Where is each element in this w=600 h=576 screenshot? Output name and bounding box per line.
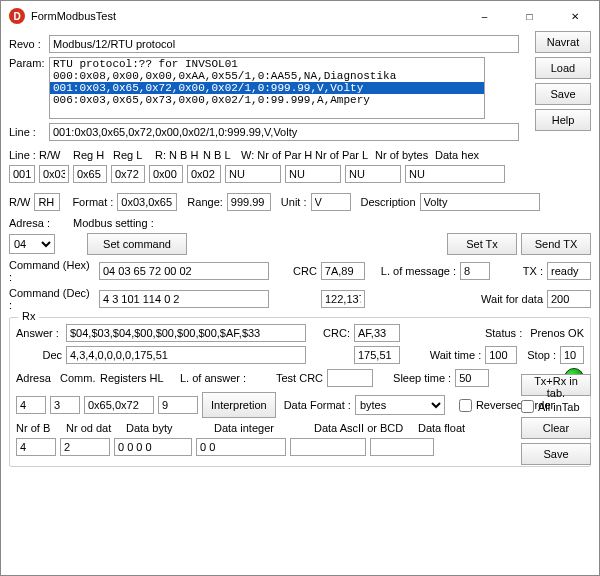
grid-rw[interactable]	[39, 165, 69, 183]
all-in-tab-checkbox[interactable]: All inTab	[521, 400, 591, 413]
reg-reghl-input[interactable]	[84, 396, 154, 414]
description-label: Description	[361, 196, 416, 208]
load-button[interactable]: Load	[535, 57, 591, 79]
int-input[interactable]	[196, 438, 286, 456]
rx-group: Rx Answer : CRC: Status : Prenos OK Dec …	[9, 317, 591, 467]
reg-adresa-label: Adresa	[16, 372, 56, 384]
sleep-label: Sleep time :	[393, 372, 451, 384]
revo-label: Revo :	[9, 38, 45, 50]
description-input[interactable]	[420, 193, 540, 211]
crc-input[interactable]	[321, 262, 365, 280]
lmsg-input[interactable]	[460, 262, 490, 280]
waittime-label: Wait time :	[430, 349, 482, 361]
app-icon: D	[9, 8, 25, 24]
float-input[interactable]	[370, 438, 434, 456]
param-list-item[interactable]: 001:0x03,0x65,0x72,0x00,0x02/1,0:999.99,…	[50, 82, 484, 94]
bottom-button-column: Tx+Rx in tab. All inTab Clear Save	[521, 374, 591, 465]
grid-nbh[interactable]	[149, 165, 183, 183]
nrb-label: Nr of B	[16, 422, 62, 434]
nrb-input[interactable]	[16, 438, 56, 456]
lmsg-label: L. of message :	[381, 265, 456, 277]
status-value: Prenos OK	[530, 327, 584, 339]
param-list-item[interactable]: 000:0x08,0x00,0x00,0xAA,0x55/1,0:AA55,NA…	[50, 70, 484, 82]
rw-input[interactable]	[34, 193, 60, 211]
tx-status-input[interactable]	[547, 262, 591, 280]
answer-label: Answer :	[16, 327, 62, 339]
adresa-select[interactable]: 04	[9, 234, 55, 254]
dec-input[interactable]	[66, 346, 306, 364]
param-list-item[interactable]: RTU protocol:?? for INVSOL01	[50, 58, 484, 70]
window-title: FormModbusTest	[31, 10, 462, 22]
format-input[interactable]	[117, 193, 177, 211]
reg-adresa-input[interactable]	[16, 396, 46, 414]
hdr-wparl: Nr of Par L	[315, 149, 375, 161]
interpretion-button[interactable]: Interpretion	[202, 392, 276, 418]
waittime-input[interactable]	[485, 346, 517, 364]
range-input[interactable]	[227, 193, 271, 211]
hdr-nbl: N B L	[203, 149, 241, 161]
line-label: Line :	[9, 126, 45, 138]
reg-reghl-label: Registers HL	[100, 372, 176, 384]
send-tx-button[interactable]: Send TX	[521, 233, 591, 255]
answer-input[interactable]	[66, 324, 306, 342]
revo-input[interactable]	[49, 35, 519, 53]
reg-lanswer-label: L. of answer :	[180, 372, 250, 384]
unit-input[interactable]	[311, 193, 351, 211]
hdr-regh: Reg H	[73, 149, 113, 161]
grid-regh[interactable]	[73, 165, 107, 183]
reg-comm-input[interactable]	[50, 396, 80, 414]
reversed-order-input[interactable]	[459, 399, 472, 412]
hdr-wparh: W: Nr of Par H	[241, 149, 315, 161]
all-in-tab-label: All inTab	[538, 401, 580, 413]
grid-wparl[interactable]	[285, 165, 341, 183]
hdr-dhex: Data hex	[435, 149, 495, 161]
hdr-nrb: Nr of bytes	[375, 149, 435, 161]
stop-input[interactable]	[560, 346, 584, 364]
grid-nrb[interactable]	[345, 165, 401, 183]
float-label: Data float	[418, 422, 478, 434]
rx-crc1-input[interactable]	[354, 324, 400, 342]
set-tx-button[interactable]: Set Tx	[447, 233, 517, 255]
navrat-button[interactable]: Navrat	[535, 31, 591, 53]
command-dec-input[interactable]	[99, 290, 269, 308]
byty-label: Data byty	[126, 422, 210, 434]
hdr-nbh: R: N B H	[155, 149, 203, 161]
grid-nbl[interactable]	[187, 165, 221, 183]
datafmt-select[interactable]: bytes	[355, 395, 445, 415]
grid-datahex[interactable]	[405, 165, 505, 183]
minimize-button[interactable]: –	[462, 2, 507, 30]
wait-for-data-input[interactable]	[547, 290, 591, 308]
stop-label: Stop :	[527, 349, 556, 361]
set-command-button[interactable]: Set command	[87, 233, 187, 255]
dec-label: Dec	[16, 349, 62, 361]
help-button[interactable]: Help	[535, 109, 591, 131]
datafmt-label: Data Format :	[284, 399, 351, 411]
testcrc-input[interactable]	[327, 369, 373, 387]
nrod-input[interactable]	[60, 438, 110, 456]
txrx-in-tab-button[interactable]: Tx+Rx in tab.	[521, 374, 591, 396]
grid-regl[interactable]	[111, 165, 145, 183]
command-hex-input[interactable]	[99, 262, 269, 280]
command-dec-label: Command (Dec) :	[9, 287, 95, 311]
byty-input[interactable]	[114, 438, 192, 456]
param-listbox[interactable]: RTU protocol:?? for INVSOL01000:0x08,0x0…	[49, 57, 485, 119]
param-list-item[interactable]: 006:0x03,0x65,0x73,0x00,0x02/1,0:99.999,…	[50, 94, 484, 106]
ascii-input[interactable]	[290, 438, 366, 456]
grid-wparh[interactable]	[225, 165, 281, 183]
grid-line[interactable]	[9, 165, 35, 183]
crc-dec-input[interactable]	[321, 290, 365, 308]
hdr-rw: R/W	[39, 149, 73, 161]
reg-lanswer-input[interactable]	[158, 396, 198, 414]
line-input[interactable]	[49, 123, 519, 141]
sleep-input[interactable]	[455, 369, 489, 387]
all-in-tab-input[interactable]	[521, 400, 534, 413]
save-bottom-button[interactable]: Save	[521, 443, 591, 465]
int-label: Data integer	[214, 422, 310, 434]
range-label: Range:	[187, 196, 222, 208]
save-button[interactable]: Save	[535, 83, 591, 105]
clear-button[interactable]: Clear	[521, 417, 591, 439]
rx-crc2-input[interactable]	[354, 346, 400, 364]
close-button[interactable]: ✕	[552, 2, 597, 30]
maximize-button[interactable]: □	[507, 2, 552, 30]
tx-label: TX :	[523, 265, 543, 277]
